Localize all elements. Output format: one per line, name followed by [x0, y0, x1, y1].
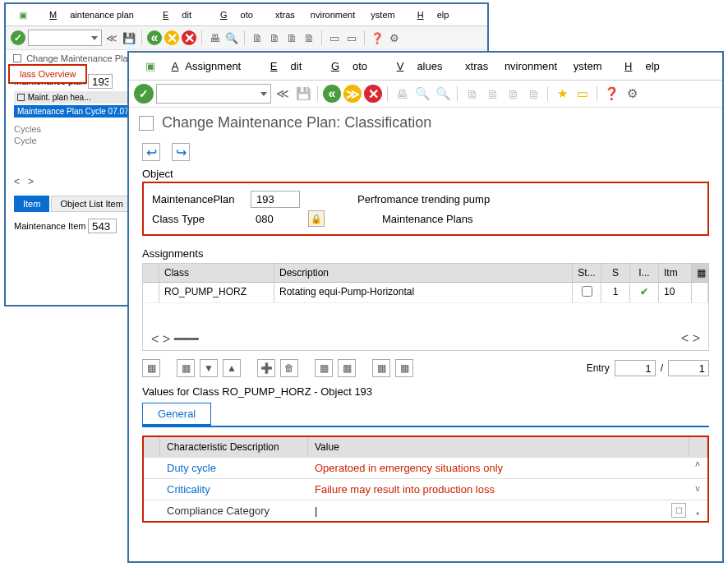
fav-icon[interactable]: ★	[553, 85, 571, 103]
value-help-icon[interactable]: ☐	[671, 503, 686, 518]
doc4-icon[interactable]: 🗎	[524, 85, 542, 103]
table-row[interactable]: RO_PUMP_HORZ Rotating equi-Pump-Horizont…	[143, 283, 708, 303]
menu-sys[interactable]: ystem	[364, 8, 401, 21]
th-value[interactable]: Value	[308, 437, 689, 457]
th-desc[interactable]: Description	[274, 264, 573, 282]
settings-icon[interactable]: ⚙	[387, 30, 402, 45]
menu-sys[interactable]: ystem	[567, 58, 609, 74]
th-s[interactable]: S	[601, 264, 630, 282]
menu-edit[interactable]: Edit	[150, 7, 205, 23]
sort-asc-icon[interactable]: ▲	[223, 359, 241, 377]
menu-assignment[interactable]: AAssignment	[165, 57, 255, 76]
menu-goto[interactable]: Goto	[207, 7, 266, 23]
menu-edit[interactable]: Edit	[257, 57, 315, 76]
cell-st-checkbox[interactable]	[582, 286, 592, 297]
th-itm[interactable]: Itm	[659, 264, 692, 282]
win1-icon[interactable]: ▭	[327, 30, 342, 45]
entry-to[interactable]	[668, 360, 709, 376]
char-row[interactable]: Criticality Failure may result into prod…	[144, 478, 707, 500]
menu-env[interactable]: nvironment	[498, 58, 564, 74]
detail1-icon[interactable]: ▦	[315, 359, 333, 377]
sort-desc-icon[interactable]: ▼	[200, 359, 218, 377]
exit-btn-icon[interactable]: ✕	[164, 30, 179, 45]
next-icon[interactable]: >	[28, 176, 34, 187]
scroll-down-icon[interactable]: >	[693, 331, 700, 345]
back-toolbar: ✓ ≪ 💾 « ✕ ✕ 🖶 🔍 🗎 🗎 🗎 🗎 ▭ ▭ ❓ ⚙	[6, 26, 487, 50]
th-char[interactable]: Characteristic Description	[160, 437, 308, 457]
doc2-icon[interactable]: 🗎	[483, 85, 501, 103]
ok-icon[interactable]: ✓	[134, 84, 154, 104]
mi-input[interactable]	[88, 219, 117, 233]
select-all-icon[interactable]: ▦	[142, 359, 160, 377]
find-icon[interactable]: 🔍	[413, 85, 431, 103]
save-icon[interactable]: 💾	[294, 85, 312, 103]
ct-desc: Maintenance Plans	[382, 213, 473, 225]
settings-icon[interactable]: ⚙	[623, 85, 641, 103]
char1-icon[interactable]: ▦	[372, 359, 390, 377]
win2-icon[interactable]: ▭	[344, 30, 359, 45]
detail2-icon[interactable]: ▦	[338, 359, 356, 377]
ct-label: Class Type	[152, 213, 242, 225]
back-btn-icon[interactable]: «	[147, 30, 162, 45]
char2-icon[interactable]: ▦	[395, 359, 413, 377]
help-icon[interactable]: ❓	[602, 85, 620, 103]
lock-icon[interactable]: 🔒	[308, 210, 325, 227]
entry-from[interactable]	[615, 360, 656, 376]
th-class[interactable]: Class	[159, 264, 274, 282]
menu-help[interactable]: Help	[404, 7, 463, 23]
help-icon[interactable]: ❓	[370, 30, 385, 45]
prev-icon[interactable]: <	[14, 176, 20, 187]
cancel-btn-icon[interactable]: ✕	[364, 85, 382, 103]
mp-input[interactable]	[88, 74, 113, 89]
doc3-icon[interactable]: 🗎	[504, 85, 522, 103]
menu-extras[interactable]: xtras	[458, 58, 495, 74]
menu-env[interactable]: nvironment	[304, 8, 362, 21]
exit-btn-icon[interactable]: ≫	[343, 85, 362, 103]
scrollbar[interactable]: ʌv▪	[691, 459, 704, 518]
char-value-input[interactable]: |	[308, 500, 689, 521]
print-icon[interactable]: 🖶	[393, 85, 411, 103]
nav-back-icon[interactable]: ↩	[142, 143, 160, 161]
back-icon[interactable]: ≪	[104, 30, 119, 45]
back-icon[interactable]: ≪	[274, 85, 292, 103]
scroll-right-icon[interactable]: >	[163, 332, 170, 346]
delete-icon[interactable]: 🗑	[280, 359, 298, 377]
th-i[interactable]: I...	[630, 264, 659, 282]
tab-obj-list[interactable]: Object List Item	[51, 196, 131, 212]
find-next-icon[interactable]: 🔍	[434, 85, 452, 103]
scroll-left-icon[interactable]: <	[151, 332, 159, 346]
menu-help[interactable]: Help	[611, 57, 673, 76]
menu-extras[interactable]: xtras	[269, 8, 302, 21]
filter-icon[interactable]: ▦	[177, 359, 195, 377]
tab-general[interactable]: General	[142, 403, 211, 426]
menu-goto[interactable]: Goto	[318, 57, 380, 76]
doc3-icon[interactable]: 🗎	[284, 30, 299, 45]
add-row-icon[interactable]: ➕	[257, 359, 275, 377]
find-icon[interactable]: 🔍	[224, 30, 239, 45]
mp-value[interactable]: 193	[251, 191, 300, 208]
cancel-btn-icon[interactable]: ✕	[182, 30, 196, 45]
config-icon[interactable]: ▦	[692, 264, 708, 282]
char-row[interactable]: Compliance Category |	[144, 500, 707, 521]
cell-itm: 10	[659, 283, 692, 302]
win-icon[interactable]: ▭	[574, 85, 592, 103]
tab-item[interactable]: Item	[14, 196, 49, 212]
scroll-up-icon[interactable]: <	[681, 331, 689, 345]
print-icon[interactable]: 🖶	[207, 30, 222, 45]
command-field[interactable]	[28, 30, 102, 46]
save-icon[interactable]: 💾	[122, 30, 136, 45]
menu-mp[interactable]: Maintenance plan	[36, 7, 147, 23]
doc2-icon[interactable]: 🗎	[267, 30, 282, 45]
char-name: Compliance Category	[160, 500, 308, 521]
doc1-icon[interactable]: 🗎	[250, 30, 265, 45]
doc1-icon[interactable]: 🗎	[463, 85, 481, 103]
class-overview-tab[interactable]: lass Overview	[8, 64, 87, 84]
command-field[interactable]	[156, 84, 271, 104]
th-st[interactable]: St...	[573, 264, 601, 282]
ok-icon[interactable]: ✓	[11, 30, 25, 45]
nav-fwd-icon[interactable]: ↪	[172, 143, 190, 161]
doc4-icon[interactable]: 🗎	[302, 30, 316, 45]
menu-values[interactable]: Values	[384, 57, 456, 76]
char-row[interactable]: Duty cycle Operatoed in emergency situat…	[144, 457, 707, 478]
back-btn-icon[interactable]: «	[323, 85, 341, 103]
